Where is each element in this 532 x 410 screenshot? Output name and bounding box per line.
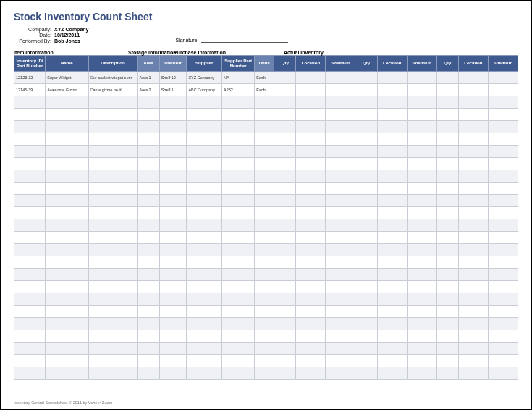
cell-shelf	[159, 96, 187, 109]
cell-inv	[14, 109, 46, 121]
cell-sb2	[407, 355, 436, 367]
cell-loc3	[458, 207, 488, 219]
cell-name	[46, 306, 88, 318]
cell-spart	[221, 109, 254, 121]
cell-area	[138, 343, 159, 355]
col-loc2: Location	[377, 56, 407, 72]
cell-shelf	[159, 232, 187, 244]
cell-sb1	[326, 293, 355, 306]
table-row	[14, 244, 518, 256]
cell-desc	[88, 146, 138, 158]
cell-sb3	[488, 281, 518, 293]
cell-loc2	[377, 256, 407, 269]
cell-loc1	[296, 72, 326, 84]
cell-sb2	[407, 269, 436, 281]
cell-sb2	[407, 318, 436, 330]
cell-desc: Can a gizmo be it!	[88, 84, 138, 96]
cell-inv	[14, 232, 46, 244]
group-purchase: Purchase Information	[174, 50, 255, 55]
cell-spart	[221, 355, 254, 367]
cell-area	[138, 367, 159, 380]
cell-loc2	[377, 109, 407, 121]
cell-sb1	[326, 146, 355, 158]
cell-loc1	[296, 195, 326, 207]
cell-name	[46, 256, 88, 269]
cell-loc3	[458, 232, 488, 244]
cell-loc3	[458, 355, 488, 367]
cell-inv	[14, 195, 46, 207]
cell-units	[255, 121, 274, 133]
cell-loc2	[377, 219, 407, 232]
cell-sb3	[488, 109, 518, 121]
cell-qty1	[274, 207, 296, 219]
cell-loc2	[377, 195, 407, 207]
cell-spart	[221, 343, 254, 355]
cell-qty1	[274, 72, 296, 84]
cell-loc3	[458, 306, 488, 318]
cell-qty3	[436, 318, 458, 330]
table-row	[14, 183, 518, 195]
cell-inv	[14, 281, 46, 293]
cell-area	[138, 281, 159, 293]
cell-sb1	[326, 183, 355, 195]
cell-qty1	[274, 281, 296, 293]
cell-name	[46, 195, 88, 207]
cell-shelf	[159, 146, 187, 158]
cell-desc: Our coolest widget ever	[88, 72, 138, 84]
cell-loc3	[458, 367, 488, 380]
group-header-row: Item Information Storage Information Pur…	[14, 50, 518, 55]
cell-loc2	[377, 355, 407, 367]
cell-desc	[88, 133, 138, 146]
cell-spart: A232	[221, 84, 254, 96]
cell-spart	[221, 367, 254, 380]
cell-loc3	[458, 281, 488, 293]
cell-desc	[88, 343, 138, 355]
cell-loc3	[458, 244, 488, 256]
cell-inv	[14, 330, 46, 343]
cell-qty3	[436, 183, 458, 195]
cell-desc	[88, 293, 138, 306]
cell-units	[255, 232, 274, 244]
cell-sb2	[407, 367, 436, 380]
cell-units	[255, 355, 274, 367]
cell-qty2	[355, 72, 377, 84]
cell-name	[46, 109, 88, 121]
cell-inv	[14, 183, 46, 195]
cell-sb1	[326, 330, 355, 343]
cell-qty1	[274, 367, 296, 380]
cell-name	[46, 269, 88, 281]
cell-qty3	[436, 306, 458, 318]
cell-desc	[88, 207, 138, 219]
col-loc1: Location	[296, 56, 326, 72]
cell-qty1	[274, 158, 296, 170]
cell-spart	[221, 318, 254, 330]
cell-inv: 12145-39	[14, 84, 46, 96]
cell-sb2	[407, 72, 436, 84]
cell-sb1	[326, 121, 355, 133]
cell-name	[46, 170, 88, 183]
cell-qty2	[355, 306, 377, 318]
cell-loc2	[377, 183, 407, 195]
cell-sb3	[488, 158, 518, 170]
cell-units	[255, 219, 274, 232]
cell-qty1	[274, 96, 296, 109]
cell-loc3	[458, 256, 488, 269]
cell-shelf: Shelf 10	[159, 72, 187, 84]
performed-label: Performed By:	[14, 38, 54, 43]
cell-qty3	[436, 256, 458, 269]
cell-units	[255, 293, 274, 306]
cell-desc	[88, 158, 138, 170]
cell-sb1	[326, 367, 355, 380]
cell-sb1	[326, 158, 355, 170]
cell-qty3	[436, 367, 458, 380]
table-row	[14, 109, 518, 121]
cell-area	[138, 109, 159, 121]
cell-loc3	[458, 330, 488, 343]
cell-qty3	[436, 330, 458, 343]
cell-sb3	[488, 232, 518, 244]
cell-qty2	[355, 84, 377, 96]
cell-qty2	[355, 232, 377, 244]
cell-loc3	[458, 109, 488, 121]
cell-loc3	[458, 219, 488, 232]
cell-area	[138, 146, 159, 158]
